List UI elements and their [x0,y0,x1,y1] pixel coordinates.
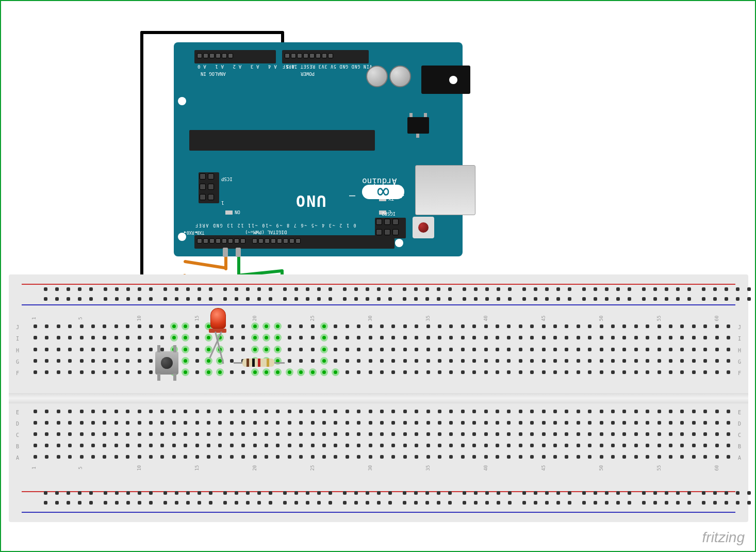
label-icsp1: ICSP [221,176,233,182]
row-label-i: I [738,336,741,342]
row-label-b: B [738,444,741,449]
led-red [210,308,226,333]
row-label-f: F [738,370,741,376]
plus-icon: + [398,189,404,201]
label-analog-pins: A5 A4 A3 A2 A1 A0 [194,64,294,69]
logo-uno-text: UNO [295,192,326,210]
label-tx0: TX0► [194,230,204,235]
header-power [282,50,369,63]
label-digital-pins: 0 1 2 ~3 4 ~5 ~6 7 8 ~9 ~10 ~11 12 13 GN… [194,223,356,228]
row-label-c: C [16,432,19,438]
row-label-c: C [738,432,741,438]
breadboard-center-channel [9,393,748,403]
wire-tip [236,248,241,257]
icsp-header-1 [199,172,219,203]
mounting-hole [395,239,403,247]
led-bulb [210,308,226,329]
usb-b-port [415,165,475,215]
row-label-b: B [16,444,19,449]
mounting-hole [178,97,186,105]
row-label-j: J [738,324,741,330]
push-button [155,351,178,375]
button-leg [173,374,176,381]
button-leg [157,374,160,381]
wire-orange-diag [184,260,228,270]
button-leg [173,345,176,352]
resistor [242,359,274,367]
label-digital-section: DIGITAL (PWM=~) [245,230,287,235]
atmega-dip-chip [189,130,375,151]
row-label-i: I [16,336,19,342]
label-icsp2: ICSP2 [382,211,396,216]
label-rx0: RX0◄ [184,230,194,235]
mounting-hole [449,76,457,84]
button-leg [157,345,160,352]
label-analog-section: ANALOG IN [201,71,226,76]
led-on-indicator [225,210,233,215]
header-digital [194,235,395,249]
wire-gnd-horizontal [140,31,284,34]
row-label-g: G [16,359,19,365]
regulator-sot [407,117,429,134]
row-label-d: D [738,421,741,427]
arduino-uno-board: A5 A4 A3 A2 A1 A0 ANALOG IN VIN GND GND … [174,42,463,256]
dc-barrel-jack [421,66,470,94]
resistor-band-1-brown [246,359,249,367]
watermark-text: fritzing [702,529,745,546]
wire-tip [223,248,228,257]
row-label-a: A [738,455,741,461]
row-label-g: G [738,359,741,365]
rail-blue [22,304,735,305]
led-rim [209,329,226,333]
label-power-section: POWER [301,71,315,76]
rail-red [22,284,735,285]
minus-icon: – [349,189,355,201]
resistor-lead-r [274,362,285,364]
breadboard: J I H G F E D C B A J I H G F E D C B A … [9,274,748,522]
resistor-band-3-red [258,359,260,367]
row-label-h: H [738,348,741,353]
reset-button [413,217,434,238]
row-label-e: E [738,410,741,415]
row-label-j: J [16,324,19,330]
rail-blue [22,512,735,513]
label-power-pins: VIN GND GND 5V 3V3 RESET IOREF [282,64,372,69]
row-label-h: H [16,348,19,353]
row-label-f: F [16,370,19,376]
row-label-d: D [16,421,19,427]
label-on: ON [235,209,240,215]
resistor-band-4-gold [267,359,269,367]
capacitor [366,66,388,87]
row-label-a: A [16,455,19,461]
label-icsp1-pin: 1 [221,200,224,205]
header-analog [194,50,276,63]
row-label-e: E [16,410,19,415]
resistor-band-2-black [252,359,255,367]
capacitor [389,66,411,87]
button-cap [161,357,173,369]
arduino-logo: UNO Arduino + – [295,192,326,210]
fritzing-diagram: A5 A4 A3 A2 A1 A0 ANALOG IN VIN GND GND … [1,1,755,551]
